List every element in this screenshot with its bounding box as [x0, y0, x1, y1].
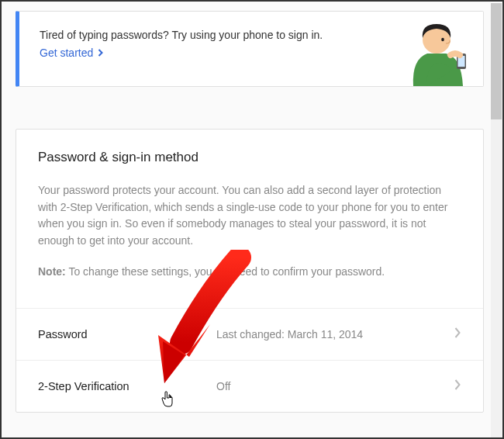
- password-row-value: Last changed: March 11, 2014: [216, 328, 454, 340]
- section-note: Note: To change these settings, you will…: [38, 264, 461, 281]
- chevron-right-icon: [454, 379, 461, 393]
- two-step-verification-row[interactable]: 2-Step Verification Off: [16, 360, 483, 412]
- person-with-phone-illustration: [390, 16, 475, 86]
- password-signin-section: Password & sign-in method Your password …: [16, 129, 484, 413]
- section-title: Password & sign-in method: [38, 150, 461, 165]
- content-container: Tired of typing passwords? Try using you…: [2, 2, 502, 422]
- section-body: Password & sign-in method Your password …: [16, 130, 483, 294]
- note-text: To change these settings, you will need …: [66, 265, 385, 278]
- two-step-row-value: Off: [216, 380, 454, 392]
- get-started-label: Get started: [40, 47, 93, 59]
- chevron-right-icon: [98, 47, 105, 59]
- password-row[interactable]: Password Last changed: March 11, 2014: [16, 309, 483, 360]
- section-description: Your password protects your account. You…: [38, 182, 461, 250]
- two-step-row-label: 2-Step Verification: [38, 380, 216, 392]
- password-row-label: Password: [38, 328, 216, 340]
- settings-rows: Password Last changed: March 11, 2014 2-…: [16, 308, 483, 412]
- note-label: Note:: [38, 265, 66, 278]
- svg-point-1: [441, 38, 444, 41]
- scrollbar-thumb[interactable]: [491, 3, 502, 119]
- chevron-right-icon: [454, 327, 461, 341]
- get-started-link[interactable]: Get started: [40, 47, 105, 59]
- phone-signin-promo-card: Tired of typing passwords? Try using you…: [16, 11, 484, 87]
